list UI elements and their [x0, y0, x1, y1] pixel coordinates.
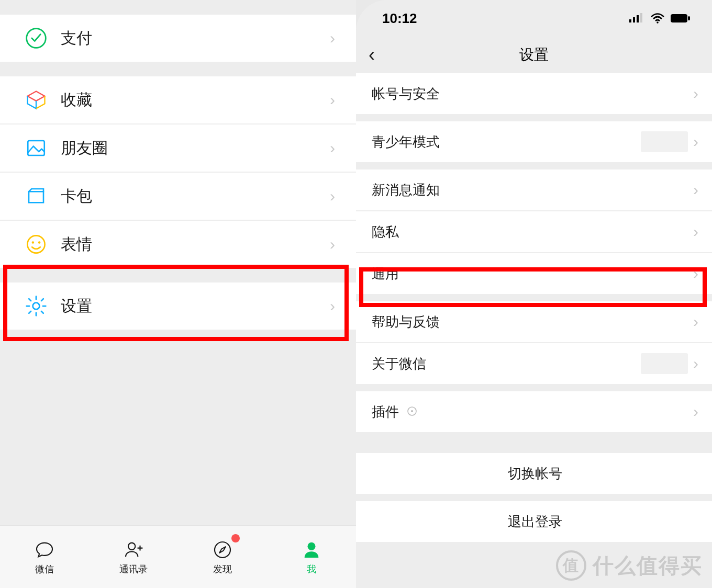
menu-label: 卡包 — [61, 186, 330, 207]
person-icon — [301, 539, 322, 561]
svg-point-17 — [411, 410, 413, 412]
chevron-right-icon: › — [330, 91, 335, 109]
menu-moments[interactable]: 朋友圈 › — [0, 125, 356, 172]
divider — [356, 432, 712, 453]
divider — [356, 294, 712, 301]
chat-icon — [34, 539, 55, 561]
svg-point-7 — [215, 542, 230, 558]
row-switch-account[interactable]: 切换帐号 — [356, 453, 712, 494]
chevron-right-icon: › — [330, 297, 335, 315]
empty-area — [0, 344, 356, 525]
svg-rect-15 — [688, 16, 690, 20]
menu-pay[interactable]: 支付 › — [0, 15, 356, 62]
settings-screen: 10:12 ‹ 设置 帐号与安全 › 青少年模式 › 新消息通知 › — [356, 0, 712, 588]
row-label: 隐私 — [372, 223, 693, 241]
pay-icon — [24, 26, 48, 50]
chevron-right-icon: › — [330, 29, 335, 47]
back-button[interactable]: ‹ — [369, 44, 375, 66]
watermark: 值 什么值得买 — [556, 550, 703, 581]
cube-icon — [24, 88, 48, 112]
svg-point-3 — [32, 241, 34, 243]
chevron-right-icon: › — [693, 265, 698, 282]
row-notifications[interactable]: 新消息通知 › — [356, 169, 712, 210]
row-label: 切换帐号 — [508, 465, 562, 483]
menu-label: 表情 — [61, 234, 330, 255]
divider — [0, 268, 356, 282]
notification-dot — [231, 534, 240, 542]
chevron-right-icon: › — [693, 181, 698, 199]
row-label: 帮助与反馈 — [372, 313, 693, 331]
plugin-icon — [407, 406, 417, 416]
row-label: 青少年模式 — [372, 133, 641, 151]
divider — [356, 494, 712, 501]
divider — [0, 0, 356, 15]
svg-point-8 — [308, 542, 316, 550]
svg-rect-14 — [671, 14, 687, 22]
svg-point-5 — [33, 303, 40, 310]
divider — [0, 62, 356, 76]
chevron-right-icon: › — [693, 313, 698, 331]
row-youth-mode[interactable]: 青少年模式 › — [356, 121, 712, 162]
compass-icon — [212, 539, 233, 561]
tab-contacts[interactable]: 通讯录 — [89, 526, 178, 588]
row-plugins[interactable]: 插件 › — [356, 391, 712, 432]
menu-emoji[interactable]: 表情 › — [0, 221, 356, 268]
smile-icon — [24, 232, 48, 256]
menu-label: 设置 — [61, 296, 330, 317]
tab-chats[interactable]: 微信 — [0, 526, 89, 588]
menu-label: 收藏 — [61, 89, 330, 111]
svg-rect-10 — [633, 17, 635, 22]
row-help-feedback[interactable]: 帮助与反馈 › — [356, 301, 712, 342]
row-label: 新消息通知 — [372, 181, 693, 199]
menu-settings[interactable]: 设置 › — [0, 282, 356, 330]
svg-rect-9 — [629, 19, 631, 22]
tab-discover[interactable]: 发现 — [178, 526, 267, 588]
svg-point-6 — [128, 542, 135, 549]
contacts-icon — [123, 539, 144, 561]
tab-label: 发现 — [213, 563, 232, 575]
chevron-right-icon: › — [330, 235, 335, 253]
value-redacted — [641, 131, 688, 152]
value-redacted — [641, 353, 688, 374]
row-general[interactable]: 通用 › — [356, 253, 712, 294]
tab-bar: 微信 通讯录 发现 我 — [0, 525, 356, 588]
image-icon — [24, 136, 48, 160]
row-about[interactable]: 关于微信 › — [356, 343, 712, 384]
chevron-right-icon: › — [693, 85, 698, 103]
svg-rect-11 — [637, 15, 639, 22]
row-label: 插件 — [372, 403, 693, 421]
divider — [356, 162, 712, 169]
row-label: 通用 — [372, 265, 693, 283]
svg-rect-12 — [640, 13, 642, 22]
row-privacy[interactable]: 隐私 › — [356, 211, 712, 252]
svg-point-2 — [27, 235, 44, 253]
tab-me[interactable]: 我 — [267, 526, 356, 588]
status-time: 10:12 — [382, 10, 417, 27]
battery-icon — [670, 13, 691, 24]
svg-point-4 — [38, 241, 40, 243]
tab-label: 我 — [307, 563, 316, 575]
svg-point-0 — [27, 29, 46, 48]
divider — [356, 384, 712, 391]
chevron-right-icon: › — [330, 187, 335, 205]
menu-cards[interactable]: 卡包 › — [0, 173, 356, 220]
chevron-right-icon: › — [693, 403, 698, 421]
chevron-right-icon: › — [693, 355, 698, 372]
chevron-right-icon: › — [693, 133, 698, 151]
row-logout[interactable]: 退出登录 — [356, 501, 712, 542]
divider — [356, 114, 712, 121]
row-account-security[interactable]: 帐号与安全 › — [356, 73, 712, 114]
tab-label: 通讯录 — [119, 563, 148, 575]
row-label: 退出登录 — [508, 513, 562, 531]
gear-icon — [24, 294, 48, 318]
me-screen: 支付 › 收藏 › 朋友圈 › 卡包 › — [0, 0, 356, 588]
svg-point-13 — [657, 21, 659, 24]
nav-bar: ‹ 设置 — [356, 37, 712, 73]
menu-label: 朋友圈 — [61, 138, 330, 159]
menu-label: 支付 — [61, 28, 330, 49]
watermark-text: 什么值得买 — [593, 551, 703, 580]
menu-favorites[interactable]: 收藏 › — [0, 76, 356, 123]
cellular-icon — [629, 13, 645, 24]
tab-label: 微信 — [35, 563, 54, 575]
chevron-right-icon: › — [693, 223, 698, 241]
